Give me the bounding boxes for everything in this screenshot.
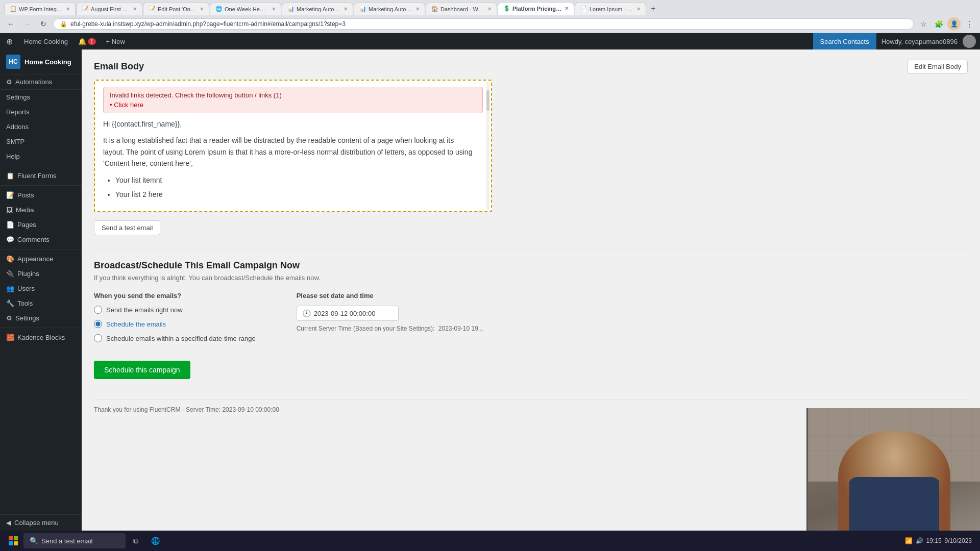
sidebar-pages[interactable]: 📄 Pages [0, 217, 82, 232]
when-send-label: When you send the emails? [94, 292, 256, 299]
tab5-close[interactable]: ✕ [344, 6, 348, 12]
tab5-label: Marketing Automati... [297, 6, 340, 12]
sidebar-appearance[interactable]: 🎨 Appearance [0, 252, 82, 266]
radio-date-range-input[interactable] [94, 334, 102, 342]
sidebar-reports[interactable]: Reports [0, 105, 82, 119]
task-view-button[interactable]: ⧉ [127, 532, 145, 550]
radio-date-range[interactable]: Schedule emails within a specified date-… [94, 334, 256, 342]
sidebar-settings-1[interactable]: Settings [0, 90, 82, 105]
sidebar-settings-2[interactable]: ⚙ Settings [0, 311, 82, 325]
tab1-close[interactable]: ✕ [66, 6, 70, 12]
schedule-campaign-button[interactable]: Schedule this campaign [94, 361, 190, 379]
sidebar-fluent-forms[interactable]: 📋 Fluent Forms [0, 168, 82, 183]
sidebar-tools[interactable]: 🔧 Tools [0, 296, 82, 311]
secure-icon: 🔒 [60, 20, 67, 28]
tab6-close[interactable]: ✕ [415, 6, 420, 12]
server-time-value: 2023-09-10 19... [438, 325, 483, 332]
sidebar-help[interactable]: Help [0, 149, 82, 164]
extensions-button[interactable]: 🧩 [932, 17, 945, 31]
collapse-icon: ◀ [6, 519, 11, 527]
browser-tab-4[interactable]: 🌐 One Week Healthy - ✕ [210, 2, 281, 15]
browser-tab-8[interactable]: 💲 Platform Pricing & F... ✕ [498, 2, 574, 15]
browser-tab-9[interactable]: 📄 Lorem Ipsum - All th... ✕ [575, 2, 646, 15]
tab2-label: August First Week - [91, 6, 130, 12]
browser-tab-2[interactable]: 📝 August First Week - ✕ [76, 2, 142, 15]
invalid-links-banner: Invalid links detected. Check the follow… [103, 87, 483, 113]
radio-schedule-label: Schedule the emails [106, 320, 166, 328]
when-send-section: When you send the emails? Send the email… [94, 292, 968, 348]
forward-button[interactable]: → [20, 17, 34, 31]
broadcast-description: If you think everything is alright. You … [94, 274, 968, 282]
wp-logo-item[interactable]: ⊕ [0, 33, 19, 49]
browser-tab-3[interactable]: 📝 Edit Post 'One Wee... ✕ [143, 2, 209, 15]
sidebar-automations[interactable]: ⚙ Automations [0, 74, 82, 89]
broadcast-title: Broadcast/Schedule This Email Campaign N… [94, 260, 968, 271]
tab3-close[interactable]: ✕ [200, 6, 204, 12]
browser-address-bar: ← → ↻ 🔒 eful-grebe-xula.instswp.xyz/wp-a… [0, 15, 980, 33]
browser-tab-6[interactable]: 📊 Marketing Automati... ✕ [354, 2, 425, 15]
wp-admin-bar: ⊕ Home Cooking 🔔 1 + New Search Contacts… [0, 33, 980, 49]
sidebar-addons[interactable]: Addons [0, 119, 82, 134]
new-item[interactable]: + New [101, 33, 130, 49]
plugins-label: Plugins [17, 270, 39, 278]
sidebar-separator-3 [0, 185, 82, 186]
sidebar-smtp[interactable]: SMTP [0, 134, 82, 149]
svg-rect-0 [9, 536, 13, 540]
tab2-close[interactable]: ✕ [133, 6, 137, 12]
calendar-icon: 🕐 [302, 309, 311, 317]
search-taskbar-button[interactable]: 🔍 Send a test email [23, 533, 126, 548]
radio-schedule-input[interactable] [94, 320, 102, 328]
start-button[interactable] [4, 532, 22, 550]
tab5-favicon: 📊 [287, 6, 295, 12]
tab2-favicon: 📝 [82, 6, 89, 12]
click-here-link[interactable]: • Click here [110, 101, 143, 109]
new-tab-button[interactable]: + [647, 2, 659, 15]
menu-button[interactable]: ⋮ [963, 17, 976, 31]
radio-send-now-input[interactable] [94, 306, 102, 314]
tab9-close[interactable]: ✕ [636, 6, 641, 12]
tab8-close[interactable]: ✕ [565, 6, 569, 11]
tab9-favicon: 📄 [580, 6, 587, 12]
site-name-item[interactable]: Home Cooking [19, 33, 73, 49]
radio-send-now[interactable]: Send the emails right now [94, 306, 256, 314]
collapse-menu-button[interactable]: ◀ Collapse menu [0, 514, 82, 531]
edit-email-body-button[interactable]: Edit Email Body [908, 60, 968, 73]
sidebar-posts[interactable]: 📝 Posts [0, 188, 82, 203]
email-paragraph: It is a long established fact that a rea… [103, 135, 475, 169]
browser-tab-7[interactable]: 🏠 Dashboard - WP Ma... ✕ [426, 2, 497, 15]
reload-button[interactable]: ↻ [37, 17, 50, 31]
widgets-button[interactable]: 🌐 [146, 532, 164, 550]
search-contacts-button[interactable]: Search Contacts [813, 33, 876, 49]
radio-schedule[interactable]: Schedule the emails [94, 320, 256, 328]
back-button[interactable]: ← [4, 17, 17, 31]
users-icon: 👥 [6, 285, 14, 292]
list-item-1: Your list itemnt [115, 174, 475, 186]
send-test-email-button[interactable]: Send a test email [94, 220, 160, 235]
sidebar-plugins[interactable]: 🔌 Plugins [0, 266, 82, 281]
bookmark-button[interactable]: ☆ [917, 17, 930, 31]
tab7-close[interactable]: ✕ [487, 6, 492, 12]
profile-button[interactable]: 👤 [947, 17, 961, 31]
browser-tab-1[interactable]: 📋 WP Form Integrations ✕ [4, 2, 76, 15]
date-time-input[interactable] [314, 310, 393, 317]
tools-icon: 🔧 [6, 299, 14, 307]
notification-badge: 1 [88, 38, 96, 45]
notifications-item[interactable]: 🔔 1 [73, 33, 101, 49]
tab6-label: Marketing Automati... [369, 6, 412, 12]
browser-tab-5[interactable]: 📊 Marketing Automati... ✕ [282, 2, 353, 15]
sidebar-comments[interactable]: 💬 Comments [0, 232, 82, 247]
tab4-close[interactable]: ✕ [272, 6, 276, 12]
sidebar-separator-4 [0, 249, 82, 249]
sidebar-media[interactable]: 🖼 Media [0, 203, 82, 217]
sidebar: HC Home Cooking ⚙ Automations Settings R… [0, 49, 82, 531]
webcam-overlay [806, 408, 980, 531]
tab9-label: Lorem Ipsum - All th... [590, 6, 633, 12]
sidebar-kadence-blocks[interactable]: 🧱 Kadence Blocks [0, 330, 82, 345]
avatar[interactable] [963, 35, 976, 48]
posts-label: Posts [17, 191, 34, 199]
date-time-input-wrap: 🕐 [297, 306, 399, 321]
email-body-scrollbar[interactable] [486, 82, 489, 210]
sidebar-users[interactable]: 👥 Users [0, 281, 82, 296]
volume-icon: 🔊 [916, 537, 923, 544]
broadcast-section: Broadcast/Schedule This Email Campaign N… [94, 249, 968, 379]
